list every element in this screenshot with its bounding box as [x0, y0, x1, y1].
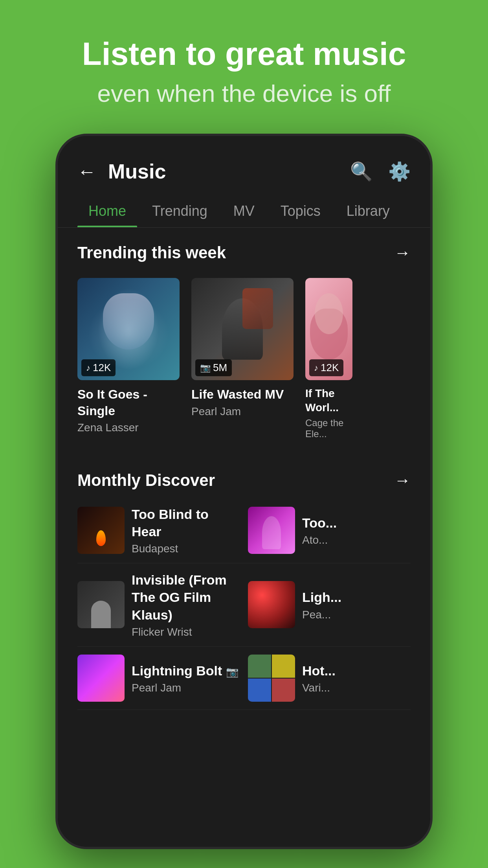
discover-info-lightning: Lightning Bolt 📷 Pearl Jam: [132, 662, 240, 694]
discover-title-right-1: Too...: [302, 514, 411, 531]
trending-card-1[interactable]: ♪ 12K So It Goes - Single Zena Lasser: [77, 278, 180, 440]
discover-info-right-3: Hot... Vari...: [302, 662, 411, 694]
hero-subtitle: even when the device is off: [0, 79, 488, 107]
trending-section-header: Trending this week →: [58, 228, 430, 270]
content-area: Trending this week → ♪ 12K So It G: [58, 228, 430, 847]
discover-title-too-blind: Too Blind to Hear: [132, 506, 240, 540]
trending-title: Trending this week: [77, 243, 226, 262]
discover-thumb-right-2: [248, 581, 295, 628]
discover-artist-right-2: Pea...: [302, 609, 411, 621]
search-icon[interactable]: 🔍: [350, 161, 372, 182]
discover-title-right-2: Ligh...: [302, 588, 411, 606]
trending-card-2[interactable]: 📷 5M Life Wasted MV Pearl Jam: [191, 278, 294, 440]
discover-thumb-too-blind: [77, 507, 125, 554]
monthly-discover-arrow[interactable]: →: [394, 471, 411, 490]
card-2-artist: Pearl Jam: [191, 405, 294, 418]
back-button[interactable]: ←: [77, 161, 96, 182]
discover-artist-right-1: Ato...: [302, 534, 411, 546]
card-2-badge: 📷 5M: [195, 359, 232, 376]
discover-info-invisible: Invisible (From The OG Film Klaus) Flick…: [132, 571, 240, 638]
trending-card-img-2: 📷 5M: [191, 278, 294, 380]
card-1-artist: Zena Lasser: [77, 421, 180, 434]
tab-library[interactable]: Library: [336, 195, 401, 227]
discover-info-right-2: Ligh... Pea...: [302, 588, 411, 621]
top-bar: ← Music 🔍 ⚙️: [58, 136, 430, 195]
hero-title: Listen to great music: [0, 35, 488, 72]
discover-col-2-right[interactable]: Ligh... Pea...: [248, 571, 411, 638]
tab-trending[interactable]: Trending: [141, 195, 218, 227]
discover-col-3-right[interactable]: Hot... Vari...: [248, 655, 411, 702]
phone-frame: ← Music 🔍 ⚙️ Home Trending MV Topics Lib…: [55, 134, 433, 849]
discover-artist-right-3: Vari...: [302, 682, 411, 694]
hero-section: Listen to great music even when the devi…: [0, 35, 488, 107]
discover-title-right-3: Hot...: [302, 662, 411, 679]
trending-scroll: ♪ 12K So It Goes - Single Zena Lasser: [58, 270, 430, 455]
discover-title-lightning: Lightning Bolt 📷: [132, 662, 240, 679]
monthly-discover-title: Monthly Discover: [77, 471, 215, 490]
trending-card-img-3: ♪ 12K: [305, 278, 352, 380]
card-3-artist: Cage the Ele...: [305, 417, 352, 440]
nav-tabs: Home Trending MV Topics Library: [58, 195, 430, 228]
discover-thumb-lightning: [77, 655, 125, 702]
discover-col-1-left[interactable]: Too Blind to Hear Budapest: [77, 506, 240, 555]
discover-artist-lightning: Pearl Jam: [132, 682, 240, 694]
discover-thumb-invisible: [77, 581, 125, 628]
trending-arrow[interactable]: →: [394, 243, 411, 262]
discover-thumb-right-3: [248, 655, 295, 702]
discover-thumb-right-1: [248, 507, 295, 554]
discover-row-2: Invisible (From The OG Film Klaus) Flick…: [77, 563, 411, 647]
discover-artist-invisible: Flicker Wrist: [132, 626, 240, 638]
discover-row-3: Lightning Bolt 📷 Pearl Jam: [77, 647, 411, 710]
monthly-discover-header: Monthly Discover →: [58, 455, 430, 498]
tab-mv[interactable]: MV: [222, 195, 266, 227]
app-title: Music: [108, 160, 350, 183]
discover-col-1-right[interactable]: Too... Ato...: [248, 506, 411, 555]
card-1-title: So It Goes - Single: [77, 386, 180, 419]
discover-artist-too-blind: Budapest: [132, 542, 240, 555]
phone-screen: ← Music 🔍 ⚙️ Home Trending MV Topics Lib…: [58, 136, 430, 847]
top-action-icons: 🔍 ⚙️: [350, 161, 411, 182]
trending-card-3[interactable]: ♪ 12K If The Worl... Cage the Ele...: [305, 278, 352, 440]
discover-info-right-1: Too... Ato...: [302, 514, 411, 546]
discover-col-2-left[interactable]: Invisible (From The OG Film Klaus) Flick…: [77, 571, 240, 638]
card-1-badge: ♪ 12K: [81, 359, 116, 376]
card-3-badge: ♪ 12K: [309, 359, 343, 376]
card-3-title: If The Worl...: [305, 386, 352, 415]
discover-title-invisible: Invisible (From The OG Film Klaus): [132, 571, 240, 623]
discover-info-too-blind: Too Blind to Hear Budapest: [132, 506, 240, 555]
discover-list: Too Blind to Hear Budapest Too...: [58, 498, 430, 710]
trending-card-img-1: ♪ 12K: [77, 278, 180, 380]
tab-home[interactable]: Home: [77, 195, 137, 227]
discover-row-1: Too Blind to Hear Budapest Too...: [77, 498, 411, 563]
settings-icon[interactable]: ⚙️: [388, 161, 411, 182]
card-2-title: Life Wasted MV: [191, 386, 294, 403]
discover-col-3-left[interactable]: Lightning Bolt 📷 Pearl Jam: [77, 655, 240, 702]
tab-topics[interactable]: Topics: [270, 195, 332, 227]
mv-badge: 📷: [226, 666, 238, 679]
